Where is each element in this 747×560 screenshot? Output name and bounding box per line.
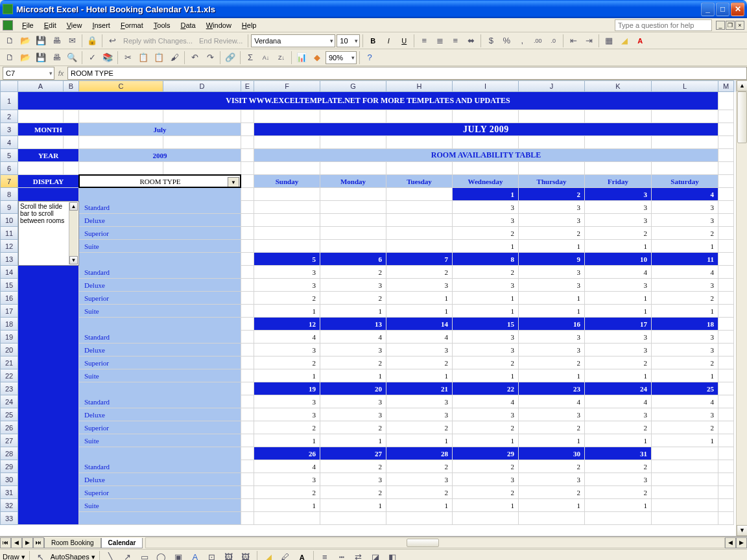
comma-button[interactable]: , bbox=[515, 34, 529, 48]
undo-button[interactable]: ↶ bbox=[187, 51, 202, 65]
underline-button[interactable]: U bbox=[397, 34, 411, 48]
merge-center-button[interactable]: ⬌ bbox=[464, 34, 478, 48]
increase-decimal-button[interactable]: .00 bbox=[530, 34, 545, 48]
column-header-D[interactable]: D bbox=[163, 80, 241, 92]
sheet-tab-room-booking[interactable]: Room Booking bbox=[44, 538, 101, 548]
mdi-close-button[interactable]: × bbox=[735, 21, 744, 30]
formula-bar[interactable]: ROOM TYPE bbox=[67, 67, 747, 80]
font-size-combo[interactable]: 10 bbox=[337, 34, 360, 47]
font-name-combo[interactable]: Verdana bbox=[251, 34, 335, 47]
menu-insert[interactable]: Insert bbox=[87, 20, 115, 30]
row-header-21[interactable]: 21 bbox=[0, 356, 18, 369]
row-header-32[interactable]: 32 bbox=[0, 499, 18, 512]
scroll-up-button[interactable]: ▲ bbox=[737, 80, 747, 91]
font-color-button[interactable]: A bbox=[633, 34, 647, 48]
row-header-28[interactable]: 28 bbox=[0, 447, 18, 460]
horizontal-scroll-thumb[interactable] bbox=[407, 539, 439, 547]
spreadsheet-grid[interactable]: ABCDEFGHIJKLM 12345678910111213141516171… bbox=[0, 80, 747, 536]
print2-button[interactable]: 🖶 bbox=[49, 51, 64, 65]
row-header-33[interactable]: 33 bbox=[0, 512, 18, 525]
row-header-10[interactable]: 10 bbox=[0, 214, 18, 227]
select-all-corner[interactable] bbox=[0, 80, 18, 92]
font-color-draw-button[interactable]: A bbox=[295, 550, 309, 561]
mdi-minimize-button[interactable]: _ bbox=[716, 21, 725, 30]
row-header-19[interactable]: 19 bbox=[0, 331, 18, 344]
row-header-25[interactable]: 25 bbox=[0, 408, 18, 421]
row-header-15[interactable]: 15 bbox=[0, 279, 18, 292]
email-button[interactable]: ✉ bbox=[65, 34, 79, 48]
open-button[interactable]: 📂 bbox=[18, 34, 32, 48]
hscroll-right-button[interactable]: ▶ bbox=[736, 537, 747, 548]
wordart-button[interactable]: A bbox=[188, 550, 202, 561]
dash-style-button[interactable]: ┅ bbox=[335, 550, 349, 561]
menu-tools[interactable]: Tools bbox=[148, 20, 176, 30]
save2-button[interactable]: 💾 bbox=[34, 51, 48, 65]
row-header-23[interactable]: 23 bbox=[0, 382, 18, 395]
mdi-restore-button[interactable]: ❐ bbox=[726, 21, 735, 30]
align-right-button[interactable]: ≡ bbox=[448, 34, 462, 48]
column-header-A[interactable]: A bbox=[18, 80, 64, 92]
row-header-3[interactable]: 3 bbox=[0, 123, 18, 136]
column-header-J[interactable]: J bbox=[519, 80, 585, 92]
row-header-26[interactable]: 26 bbox=[0, 421, 18, 434]
column-header-F[interactable]: F bbox=[254, 80, 320, 92]
decrease-indent-button[interactable]: ⇤ bbox=[566, 34, 580, 48]
open2-button[interactable]: 📂 bbox=[18, 51, 32, 65]
reply-icon[interactable]: ↩ bbox=[105, 34, 119, 48]
scroll-down-button[interactable]: ▼ bbox=[737, 525, 747, 536]
autoshapes-menu[interactable]: AutoShapes ▾ bbox=[51, 553, 95, 560]
row-header-1[interactable]: 1 bbox=[0, 92, 18, 110]
menu-format[interactable]: Format bbox=[115, 20, 148, 30]
column-header-H[interactable]: H bbox=[386, 80, 453, 92]
column-header-I[interactable]: I bbox=[453, 80, 519, 92]
draw-menu[interactable]: Draw ▾ bbox=[3, 553, 25, 560]
hscroll-left-button[interactable]: ◀ bbox=[725, 537, 736, 548]
menu-help[interactable]: Help bbox=[237, 20, 262, 30]
vertical-scrollbar[interactable]: ▲ ▼ bbox=[736, 80, 747, 536]
name-box[interactable]: C7 bbox=[3, 67, 54, 80]
zoom-combo[interactable]: 90% bbox=[326, 51, 357, 64]
sheet-tab-calendar[interactable]: Calendar bbox=[101, 538, 143, 548]
permission-button[interactable]: 🔒 bbox=[85, 34, 99, 48]
chart-wizard-button[interactable]: 📊 bbox=[294, 51, 309, 65]
row-header-16[interactable]: 16 bbox=[0, 292, 18, 305]
textbox-button[interactable]: ▣ bbox=[171, 550, 185, 561]
row-header-12[interactable]: 12 bbox=[0, 240, 18, 253]
year-value[interactable]: 2009 bbox=[79, 149, 241, 162]
menu-file[interactable]: File bbox=[17, 20, 39, 30]
row-header-2[interactable]: 2 bbox=[0, 110, 18, 123]
picture-button[interactable]: 🖼 bbox=[239, 550, 253, 561]
row-header-18[interactable]: 18 bbox=[0, 318, 18, 331]
hint-scroll-down[interactable]: ▼ bbox=[69, 256, 78, 264]
new-button[interactable]: 🗋 bbox=[3, 34, 17, 48]
save-button[interactable]: 💾 bbox=[34, 34, 48, 48]
print-button[interactable]: 🖶 bbox=[49, 34, 64, 48]
window-close-button[interactable]: ✕ bbox=[731, 3, 744, 16]
window-maximize-button[interactable]: □ bbox=[716, 3, 729, 16]
tab-first-button[interactable]: ⏮ bbox=[0, 537, 11, 548]
align-center-button[interactable]: ≣ bbox=[433, 34, 447, 48]
format-painter-button[interactable]: 🖌 bbox=[167, 51, 182, 65]
oval-button[interactable]: ◯ bbox=[154, 550, 169, 561]
row-header-8[interactable]: 8 bbox=[0, 188, 18, 201]
scroll-hint-box[interactable]: Scroll the slide bar to scroll between r… bbox=[18, 201, 79, 266]
column-header-L[interactable]: L bbox=[652, 80, 718, 92]
help-button[interactable]: ? bbox=[362, 51, 377, 65]
bold-button[interactable]: B bbox=[366, 34, 380, 48]
print-preview-button[interactable]: 🔍 bbox=[65, 51, 79, 65]
fx-icon[interactable]: fx bbox=[54, 69, 67, 77]
select-objects-button[interactable]: ↖ bbox=[34, 550, 48, 561]
research-button[interactable]: 📚 bbox=[101, 51, 115, 65]
row-header-6[interactable]: 6 bbox=[0, 162, 18, 175]
row-header-7[interactable]: 7 bbox=[0, 175, 18, 188]
menu-view[interactable]: View bbox=[62, 20, 88, 30]
align-left-button[interactable]: ≡ bbox=[417, 34, 431, 48]
row-header-13[interactable]: 13 bbox=[0, 253, 18, 266]
banner-link[interactable]: VISIT WWW.EXCELTEMPLATE.NET FOR MORE TEM… bbox=[18, 92, 718, 110]
column-header-M[interactable]: M bbox=[718, 80, 734, 92]
line-button[interactable]: ╲ bbox=[104, 550, 118, 561]
increase-indent-button[interactable]: ⇥ bbox=[582, 34, 596, 48]
row-header-5[interactable]: 5 bbox=[0, 149, 18, 162]
row-header-11[interactable]: 11 bbox=[0, 227, 18, 240]
row-header-17[interactable]: 17 bbox=[0, 305, 18, 318]
